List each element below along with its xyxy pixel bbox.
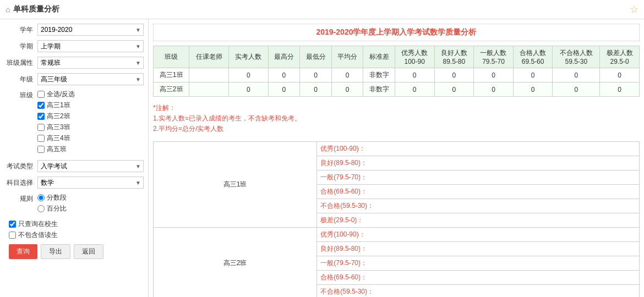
only-enrolled-row: 只查询在校生	[9, 219, 144, 229]
detail-item-cell: 优秀(100-90)：	[317, 228, 640, 242]
table-row: 高三2班0000非数字000000	[154, 82, 640, 97]
query-button[interactable]: 查询	[9, 244, 37, 259]
exam-type-select[interactable]: 入学考试	[37, 160, 144, 172]
header: ⌂ 单科质量分析 ☆	[0, 0, 644, 19]
detail-item-cell: 一般(79.5-70)：	[317, 256, 640, 271]
class-gaosan2-row: 高三2班	[37, 112, 144, 121]
class-gaowu-checkbox[interactable]	[37, 146, 45, 153]
table-cell: 0	[434, 68, 474, 82]
exclude-borrow-row: 不包含借读生	[9, 230, 144, 240]
col-std: 标准差	[363, 46, 395, 68]
detail-item-cell: 不合格(59.5-30)：	[317, 199, 640, 213]
select-all-checkbox[interactable]	[37, 91, 45, 98]
only-enrolled-checkbox[interactable]	[9, 221, 16, 228]
grade-select[interactable]: 高三年级	[37, 73, 144, 85]
detail-class-cell: 高三1班	[154, 142, 317, 228]
detail-item-cell: 合格(69.5-60)：	[317, 271, 640, 285]
table-cell: 非数字	[363, 68, 395, 82]
class-gaosan1-row: 高三1班	[37, 101, 144, 110]
back-button[interactable]: 返回	[74, 244, 103, 259]
table-cell: 0	[331, 68, 363, 82]
col-normal: 一般人数79.5-70	[474, 46, 514, 68]
detail-item-cell: 极差(29.5-0)：	[317, 213, 640, 228]
report-title: 2019-2020学年度上学期入学考试数学质量分析	[153, 24, 640, 41]
col-avg: 平均分	[331, 46, 363, 68]
detail-table: 高三1班优秀(100-90)：良好(89.5-80)：一般(79.5-70)：合…	[153, 141, 640, 297]
class-gaosan4-label: 高三4班	[47, 134, 70, 143]
exam-type-label: 考试类型	[4, 162, 37, 171]
exclude-borrow-checkbox[interactable]	[9, 232, 16, 239]
table-cell: 高三1班	[154, 68, 189, 82]
table-cell: 0	[395, 82, 434, 97]
rule-percent-label: 百分比	[47, 204, 67, 213]
col-max: 最高分	[268, 46, 300, 68]
table-cell: 0	[300, 68, 332, 82]
class-section: 班级 全选/反选 高三1班 高三2班	[4, 90, 144, 156]
star-icon[interactable]: ☆	[630, 3, 638, 15]
subject-label: 科目选择	[4, 178, 37, 188]
table-cell: 0	[513, 68, 553, 82]
table-row: 高三1班0000非数字000000	[154, 68, 640, 82]
school-year-wrapper: 2019-2020	[37, 24, 144, 36]
detail-item-cell: 不合格(59.5-30)：	[317, 285, 640, 298]
table-cell: 0	[268, 82, 300, 97]
main-table: 班级 任课老师 实考人数 最高分 最低分 平均分 标准差 优秀人数100-90 …	[153, 46, 640, 97]
class-gaosan4-checkbox[interactable]	[37, 135, 45, 142]
detail-item-cell: 良好(89.5-80)：	[317, 242, 640, 256]
school-year-select[interactable]: 2019-2020	[37, 24, 144, 36]
sidebar: 学年 2019-2020 学期 上学期 班级属性	[0, 19, 149, 297]
class-gaosan1-checkbox[interactable]	[37, 102, 45, 109]
table-cell: 0	[513, 82, 553, 97]
home-icon: ⌂	[6, 5, 10, 14]
class-type-select[interactable]: 常规班	[37, 57, 144, 69]
main-layout: 学年 2019-2020 学期 上学期 班级属性	[0, 19, 644, 297]
rules-label: 规则	[4, 193, 37, 204]
app-container: ⌂ 单科质量分析 ☆ 学年 2019-2020 学期 上学期	[0, 0, 644, 297]
class-gaosan3-checkbox[interactable]	[37, 124, 45, 131]
rule-percent-row: 百分比	[37, 204, 144, 213]
table-cell	[189, 68, 229, 82]
note-line-2: 2.平均分=总分/实考人数	[153, 124, 640, 134]
class-gaowu-row: 高五班	[37, 145, 144, 154]
term-label: 学期	[4, 42, 37, 51]
content-area: 2019-2020学年度上学期入学考试数学质量分析 班级 任课老师 实考人数 最…	[149, 19, 644, 297]
class-type-row: 班级属性 常规班	[4, 57, 144, 69]
rule-score-row: 分数段	[37, 193, 144, 202]
table-cell: 非数字	[363, 82, 395, 97]
extra-options: 只查询在校生 不包含借读生	[4, 219, 144, 240]
table-cell: 0	[553, 68, 600, 82]
grade-row: 年级 高三年级	[4, 73, 144, 85]
table-cell: 0	[395, 68, 434, 82]
col-good: 良好人数89.5-80	[434, 46, 474, 68]
class-section-label: 班级	[4, 90, 37, 156]
table-cell: 0	[229, 82, 269, 97]
rule-score-label: 分数段	[47, 193, 67, 202]
only-enrolled-label: 只查询在校生	[18, 219, 58, 229]
subject-select[interactable]: 数学	[37, 177, 144, 189]
detail-item-cell: 合格(69.5-60)：	[317, 185, 640, 199]
col-min: 最低分	[300, 46, 332, 68]
export-button[interactable]: 导出	[41, 244, 70, 259]
col-class: 班级	[154, 46, 189, 68]
class-type-wrapper: 常规班	[37, 57, 144, 69]
grade-wrapper: 高三年级	[37, 73, 144, 85]
table-cell: 0	[553, 82, 600, 97]
subject-wrapper: 数学	[37, 177, 144, 189]
button-row: 查询 导出 返回	[4, 244, 144, 259]
col-excellent: 优秀人数100-90	[395, 46, 434, 68]
class-type-label: 班级属性	[4, 58, 37, 68]
class-gaosan2-label: 高三2班	[47, 112, 70, 121]
table-cell: 0	[600, 82, 640, 97]
class-gaosan2-checkbox[interactable]	[37, 113, 45, 120]
class-gaowu-label: 高五班	[47, 145, 67, 154]
term-select[interactable]: 上学期	[37, 40, 144, 52]
detail-row: 高三1班优秀(100-90)：	[154, 142, 640, 156]
table-cell: 0	[268, 68, 300, 82]
class-gaosan3-row: 高三3班	[37, 123, 144, 132]
rule-percent-radio[interactable]	[37, 205, 45, 212]
grade-label: 年级	[4, 75, 37, 84]
table-cell: 0	[300, 82, 332, 97]
table-cell: 0	[474, 68, 514, 82]
note-line-0: *注解：	[153, 103, 640, 113]
rule-score-radio[interactable]	[37, 194, 45, 201]
